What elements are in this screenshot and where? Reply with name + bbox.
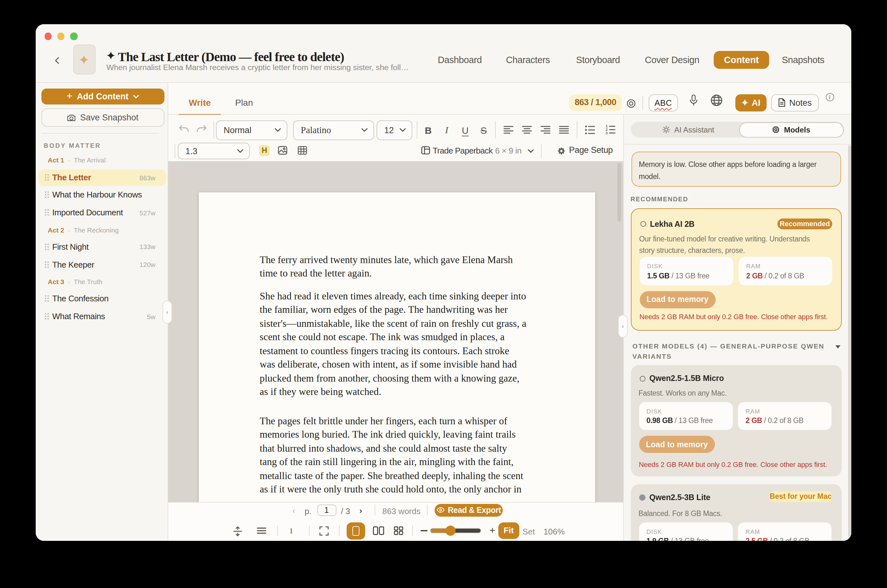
svg-text:3: 3 [606, 131, 608, 134]
